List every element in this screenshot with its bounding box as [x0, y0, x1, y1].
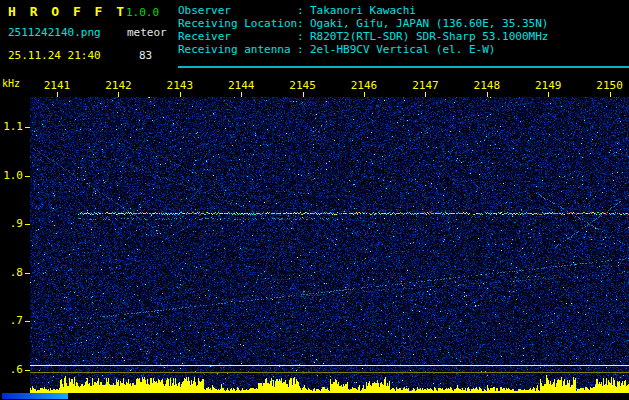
freq-axis-label: 1.1 [0, 120, 23, 133]
info-row: Receiving antenna: 2el-HB9CV Vertical (e… [178, 43, 548, 56]
freq-unit-label: kHz [2, 78, 20, 89]
freq-axis-label: .6 [0, 363, 23, 376]
hrofft-screen: H R O F F T 1.0.0 2511242140.png meteor … [0, 0, 629, 400]
time-axis-label: 2143 [167, 79, 194, 92]
info-label: Receiving antenna [178, 43, 297, 56]
info-row: Receiving Location: Ogaki, Gifu, JAPAN (… [178, 17, 548, 30]
mode-label: meteor [127, 26, 167, 39]
version-label: 1.0.0 [126, 6, 159, 19]
info-value: R820T2(RTL-SDR) SDR-Sharp 53.1000MHz [310, 30, 548, 43]
meteor-count: 83 [139, 49, 152, 62]
time-axis-label: 2145 [289, 79, 316, 92]
freq-axis-label: .9 [0, 217, 23, 230]
time-axis-label: 2150 [596, 79, 623, 92]
info-separator: : [297, 43, 310, 56]
timestamp-label: 25.11.24 21:40 [8, 49, 101, 62]
info-separator: : [297, 4, 310, 17]
freq-axis-label: 1.0 [0, 169, 23, 182]
time-axis-label: 2148 [474, 79, 501, 92]
freq-axis-label: .7 [0, 314, 23, 327]
time-axis-label: 2146 [351, 79, 378, 92]
filename-label: 2511242140.png [8, 26, 101, 39]
time-axis-label: 2149 [535, 79, 562, 92]
info-label: Receiving Location [178, 17, 297, 30]
info-row: Observer: Takanori Kawachi [178, 4, 548, 17]
header-separator [178, 66, 629, 68]
time-axis-label: 2147 [412, 79, 439, 92]
spectrogram-canvas [30, 97, 629, 393]
app-title: H R O F F T [8, 4, 127, 19]
info-label: Receiver [178, 30, 297, 43]
level-scale-bar [2, 393, 68, 399]
info-row: Receiver: R820T2(RTL-SDR) SDR-Sharp 53.1… [178, 30, 548, 43]
info-separator: : [297, 30, 310, 43]
info-label: Observer [178, 4, 297, 17]
time-axis-label: 2142 [105, 79, 132, 92]
info-value: Ogaki, Gifu, JAPAN (136.60E, 35.35N) [310, 17, 548, 30]
time-axis-label: 2141 [44, 79, 71, 92]
time-axis-label: 2144 [228, 79, 255, 92]
info-separator: : [297, 17, 310, 30]
info-value: 2el-HB9CV Vertical (el. E-W) [310, 43, 495, 56]
info-value: Takanori Kawachi [310, 4, 416, 17]
station-info: Observer: Takanori KawachiReceiving Loca… [178, 4, 548, 56]
freq-axis-label: .8 [0, 266, 23, 279]
